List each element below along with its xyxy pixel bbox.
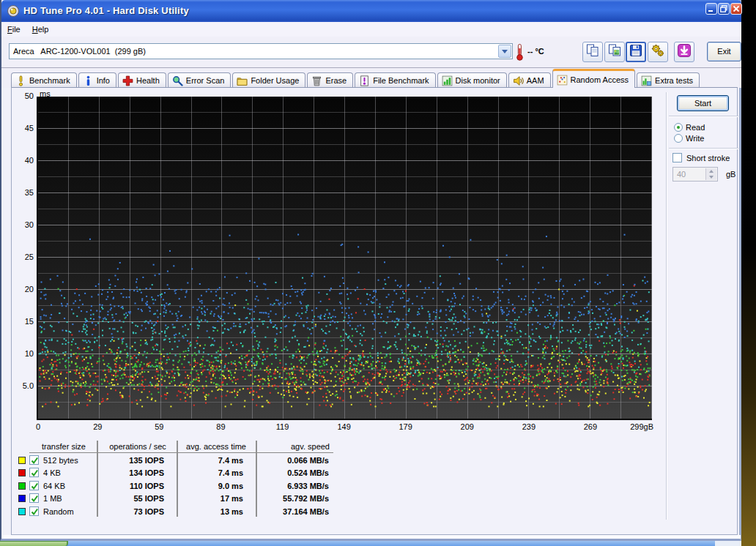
close-button[interactable] [730, 3, 742, 15]
tab-label: Extra tests [655, 76, 693, 85]
save-button[interactable] [626, 42, 646, 62]
app-icon [7, 4, 20, 18]
drive-selector[interactable]: Areca ARC-1200-VOL001 (299 gB) [9, 43, 513, 59]
series-checkbox[interactable] [29, 493, 39, 503]
y-axis-tick-label: 50 [13, 91, 34, 100]
read-radio-label: Read [686, 123, 705, 132]
disk-monitor-icon [442, 75, 453, 86]
temperature-readout: -- °C [527, 47, 544, 56]
table-column-divider [177, 441, 178, 517]
tab-label: Erase [325, 76, 346, 85]
x-axis-tick-label: 149 [328, 422, 360, 431]
options-button[interactable] [648, 42, 668, 62]
write-radio[interactable] [674, 134, 683, 143]
chevron-down-icon[interactable] [498, 45, 511, 58]
iops-value: 55 IOPS [84, 494, 164, 503]
random-access-icon [557, 75, 568, 86]
download-button[interactable] [674, 42, 694, 62]
series-checkbox[interactable] [29, 468, 39, 477]
copy-button[interactable] [582, 42, 603, 62]
series-checkbox[interactable] [29, 481, 39, 490]
y-axis-tick-label: 20 [13, 285, 34, 293]
access-time-value: 7.4 ms [163, 468, 243, 477]
table-column-divider [97, 441, 98, 517]
status-strip [3, 535, 741, 539]
tab-benchmark[interactable]: Benchmark [11, 72, 77, 88]
save-icon [629, 43, 643, 61]
taskbar-tray-sliver [715, 541, 741, 546]
desktop: HD Tune Pro 4.01 - Hard Disk Utility Fil… [0, 0, 756, 546]
folder-usage-icon [237, 75, 248, 86]
tab-random-access[interactable]: Random Access [552, 69, 635, 88]
series-checkbox[interactable] [29, 506, 39, 516]
minimize-button[interactable] [705, 3, 717, 15]
tab-health[interactable]: Health [118, 72, 166, 88]
title-bar[interactable]: HD Tune Pro 4.01 - Hard Disk Utility [1, 0, 741, 22]
tab-bar: BenchmarkInfoHealthError ScanFolder Usag… [1, 68, 741, 88]
x-axis-tick-label: 269 [574, 422, 607, 431]
toolbar: Areca ARC-1200-VOL001 (299 gB) -- °C Exi… [1, 37, 741, 68]
table-column-divider [256, 441, 257, 517]
start-button[interactable]: Start [677, 95, 729, 111]
tab-label: Folder Usage [251, 76, 299, 85]
series-checkbox[interactable] [29, 455, 39, 465]
stroke-size-unit: gB [726, 170, 735, 179]
tab-extra-tests[interactable]: Extra tests [637, 72, 700, 88]
tab-label: AAM [527, 76, 544, 85]
y-axis-tick-label: 25 [13, 253, 34, 261]
x-axis-tick-label: 239 [513, 422, 545, 431]
app-window: HD Tune Pro 4.01 - Hard Disk Utility Fil… [0, 0, 741, 541]
desktop-wallpaper-sliver [741, 0, 756, 546]
access-time-value: 9.0 ms [163, 482, 243, 490]
benchmark-icon [15, 75, 26, 86]
y-axis-tick-label: 30 [13, 220, 34, 229]
menu-item-file[interactable]: File [1, 23, 26, 34]
menu-bar: FileHelp [1, 22, 741, 37]
x-axis-tick-label: 0 [22, 422, 54, 431]
start-button-sliver[interactable] [0, 541, 68, 546]
access-time-value: 13 ms [163, 507, 243, 516]
table-header-1: transfer size [29, 442, 98, 451]
separator [669, 116, 738, 117]
short-stroke-checkbox[interactable] [672, 153, 682, 162]
tab-error-scan[interactable]: Error Scan [168, 72, 231, 88]
tab-info[interactable]: Info [78, 72, 116, 88]
stroke-size-spinner[interactable]: 40 [672, 167, 718, 182]
series-label: 512 bytes [43, 456, 78, 465]
tab-label: Error Scan [186, 76, 225, 85]
y-axis-tick-label: 40 [13, 156, 34, 165]
speed-value: 37.164 MB/s [248, 507, 329, 516]
tab-label: Disk monitor [456, 76, 500, 85]
tab-disk-monitor[interactable]: Disk monitor [437, 72, 507, 88]
x-axis-tick-label: 29 [81, 422, 114, 431]
copy-image-button[interactable] [604, 42, 625, 62]
series-label: 64 KB [43, 482, 65, 490]
tab-folder-usage[interactable]: Folder Usage [232, 72, 305, 88]
table-header-3: avg. access time [179, 442, 253, 451]
menu-item-help[interactable]: Help [26, 23, 55, 34]
scatter-canvas [38, 97, 652, 419]
y-axis-tick-label: 15 [13, 317, 34, 326]
x-axis-tick-label: 59 [143, 422, 175, 431]
tab-erase[interactable]: Erase [307, 72, 353, 88]
table-header-2: operations / sec [100, 442, 175, 451]
options-icon [651, 43, 665, 61]
spinner-arrows-icon[interactable] [705, 168, 716, 180]
y-axis-tick-label: 45 [13, 124, 34, 132]
tab-aam[interactable]: AAM [508, 72, 551, 88]
series-label: Random [43, 507, 74, 516]
tab-label: File Benchmark [373, 76, 429, 85]
series-label: 4 KB [43, 468, 61, 477]
y-axis-tick-label: 5.0 [13, 381, 34, 390]
taskbar-sliver [0, 541, 741, 546]
y-axis-tick-label: 35 [13, 188, 34, 197]
x-axis-tick-label: 179 [390, 422, 422, 431]
iops-value: 135 IOPS [84, 456, 164, 465]
tab-file-benchmark[interactable]: File Benchmark [355, 72, 435, 88]
restore-button[interactable] [718, 3, 730, 15]
short-stroke-label: Short stroke [686, 154, 730, 162]
read-radio[interactable] [674, 123, 683, 132]
x-axis-end-label: 299gB [621, 422, 653, 431]
exit-button[interactable]: Exit [707, 42, 741, 61]
series-color-swatch [18, 469, 26, 476]
